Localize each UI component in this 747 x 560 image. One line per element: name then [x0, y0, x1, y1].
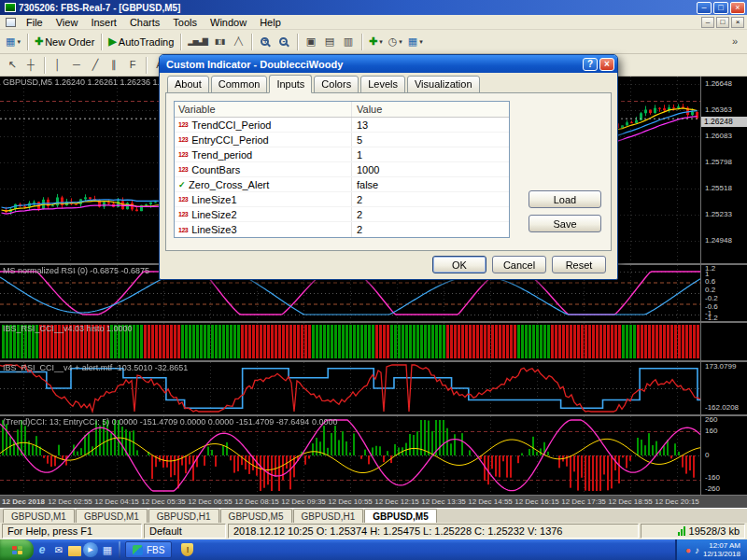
ok-button[interactable]: OK [432, 256, 486, 273]
table-row[interactable]: ✓Zero_Cross_Alert false [175, 177, 509, 192]
tab-levels[interactable]: Levels [360, 76, 405, 93]
chart-system-icon[interactable] [6, 18, 16, 27]
toolbar-overflow-button[interactable]: » [726, 33, 744, 51]
variable-value[interactable]: 13 [352, 119, 509, 131]
menu-window[interactable]: Window [204, 16, 253, 29]
table-row[interactable]: 123LineSize2 2 [175, 207, 509, 222]
minimize-button[interactable]: – [697, 2, 712, 14]
variable-value[interactable]: 2 [352, 209, 509, 220]
autotrading-button[interactable]: ▶AutoTrading [106, 33, 176, 51]
variable-value[interactable]: 1000 [352, 164, 509, 175]
channel-button[interactable]: ∥ [105, 56, 123, 75]
indicator-scale[interactable]: 260 160 0 -160 -260 [700, 416, 747, 495]
reset-button[interactable]: Reset [552, 256, 606, 273]
variable-value[interactable]: 5 [352, 134, 509, 146]
tile-windows-button[interactable]: ▣ [302, 33, 320, 51]
trendline-button[interactable]: ╱ [86, 56, 105, 75]
titlebar[interactable]: 7305206: FBS-Real-7 - [GBPUSD,M5] – □ × [0, 0, 747, 15]
indicator-pane-histo[interactable]: IBS_RSI_CCI__v4.03 histo 1.0000 [0, 323, 747, 360]
tab-about[interactable]: About [167, 76, 209, 93]
security-shield-icon[interactable]: ! [181, 543, 193, 556]
fbs-window-button[interactable]: FBS [125, 541, 172, 558]
chart-tab[interactable]: GBPUSD,H1 [293, 509, 364, 523]
trendcci-plot-canvas[interactable] [0, 416, 700, 495]
menu-view[interactable]: View [49, 16, 85, 29]
indicators-button[interactable]: ✚▾ [366, 33, 386, 51]
tab-common[interactable]: Common [211, 76, 268, 93]
cursor-tool-button[interactable]: ↖ [3, 56, 21, 75]
tab-visualization[interactable]: Visualization [407, 76, 480, 93]
table-row[interactable]: 123LineSize3 2 [175, 222, 509, 237]
menu-tools[interactable]: Tools [166, 16, 204, 29]
line-chart-button[interactable]: ╱╲ [229, 33, 247, 51]
table-row[interactable]: 123Trend_period 1 [175, 147, 509, 162]
indicator-pane-cci-alert[interactable]: IBS_RSI_CCI__v4 + alert.mtf -103.5010 -3… [0, 362, 747, 414]
variable-value[interactable]: 2 [352, 224, 509, 235]
bar-chart-button[interactable]: ▂▅▃▇ [185, 33, 210, 51]
table-row[interactable]: 123TrendCCI_Period 13 [175, 118, 509, 133]
tray-alert-icon[interactable]: ● [685, 545, 691, 555]
dialog-titlebar[interactable]: Custom Indicator - DoublecciWoody ? × [160, 55, 617, 73]
zoom-in-button[interactable]: + [256, 33, 275, 51]
time-label: 12 Dec 16:15 [514, 496, 560, 508]
vertical-line-button[interactable]: │ [49, 56, 67, 75]
toolbar-separator [251, 34, 252, 50]
fibonacci-button[interactable]: F [123, 56, 142, 75]
variable-value[interactable]: false [352, 179, 509, 190]
taskbar-clock[interactable]: 12:07 AM 12/13/2018 [703, 541, 740, 558]
cascade-windows-icon: ▤ [325, 36, 334, 47]
time-axis[interactable]: 12 Dec 2018 12 Dec 02:55 12 Dec 04:15 12… [0, 495, 747, 508]
chart-tab[interactable]: GBPUSD,M5 [220, 509, 292, 523]
indicator-pane-trendcci[interactable]: (Trend)CCI: 13; EntryCCI: 5) 0.0000 -151… [0, 416, 747, 495]
menu-charts[interactable]: Charts [123, 16, 166, 29]
child-minimize-button[interactable]: – [701, 17, 714, 28]
menu-insert[interactable]: Insert [84, 16, 123, 29]
arrange-windows-button[interactable]: ▥ [339, 33, 358, 51]
show-desktop-icon[interactable]: ▦ [100, 542, 115, 557]
tab-inputs[interactable]: Inputs [269, 75, 312, 93]
volume-icon[interactable]: ♪ [695, 545, 699, 555]
indicator-scale[interactable] [700, 323, 747, 360]
child-restore-button[interactable]: □ [716, 17, 729, 28]
variable-value[interactable]: 1 [352, 149, 509, 161]
candlestick-chart-button[interactable]: ▮▯▮ [210, 33, 229, 51]
indicator-scale[interactable]: 173.0799 -162.0208 [700, 362, 747, 414]
dialog-help-button[interactable]: ? [583, 58, 598, 71]
indicator-scale[interactable]: 1.2 1 0.6 0.2 -0.2 -0.6 -1 -1.2 [700, 265, 747, 321]
folder-icon[interactable] [68, 546, 81, 556]
media-player-icon[interactable]: ▶ [83, 542, 98, 557]
new-chart-button[interactable]: ▦▾ [3, 33, 23, 51]
variable-value[interactable]: 2 [352, 194, 509, 205]
value-column-header[interactable]: Value [352, 104, 509, 115]
status-profile[interactable]: Default [144, 524, 226, 539]
chart-tab[interactable]: GBPUSD,M1 [76, 509, 148, 523]
menu-file[interactable]: File [20, 16, 49, 29]
table-row[interactable]: 123EntryCCI_Period 5 [175, 133, 509, 147]
internet-explorer-icon[interactable]: e [35, 542, 49, 557]
dialog-close-button[interactable]: × [599, 58, 614, 71]
save-button[interactable]: Save [529, 215, 601, 232]
mail-icon[interactable]: ✉ [51, 542, 66, 557]
cascade-windows-button[interactable]: ▤ [320, 33, 339, 51]
templates-button[interactable]: ▦▾ [405, 33, 426, 51]
table-row[interactable]: 123CountBars 1000 [175, 162, 509, 177]
cancel-button[interactable]: Cancel [492, 256, 546, 273]
menu-help[interactable]: Help [253, 16, 288, 29]
new-order-button[interactable]: ✚New Order [32, 33, 97, 51]
start-button[interactable] [0, 539, 34, 560]
tab-colors[interactable]: Colors [314, 76, 359, 93]
maximize-button[interactable]: □ [713, 2, 728, 14]
table-row[interactable]: 123LineSize1 2 [175, 192, 509, 207]
timeframes-button[interactable]: ◷▾ [386, 33, 405, 51]
horizontal-line-button[interactable]: ─ [67, 56, 86, 75]
chart-tab[interactable]: GBPUSD,M1 [3, 509, 75, 523]
close-button[interactable]: × [730, 2, 745, 14]
chart-tab-active[interactable]: GBPUSD,M5 [364, 509, 436, 523]
variable-column-header[interactable]: Variable [175, 102, 352, 117]
load-button[interactable]: Load [529, 190, 601, 208]
child-close-button[interactable]: × [731, 17, 744, 28]
price-scale[interactable]: 1.26648 1.26363 1.26083 1.25798 1.25518 … [700, 77, 747, 263]
chart-tab[interactable]: GBPUSD,H1 [148, 509, 219, 523]
zoom-out-button[interactable]: - [275, 33, 293, 51]
crosshair-tool-button[interactable]: ┼ [21, 56, 40, 75]
